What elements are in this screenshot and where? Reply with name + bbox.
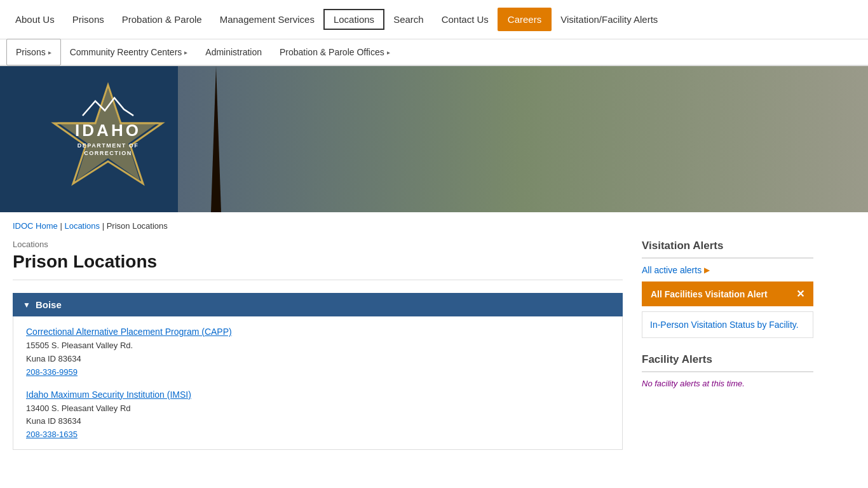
content-left: Locations Prison Locations ▼ Boise Corre… [13,240,623,450]
alert-dismiss-icon[interactable]: ✕ [796,288,804,300]
visitation-alerts-title: Visitation Alerts [642,240,813,259]
nav-visitation-alerts[interactable]: Visitation/Facility Alerts [552,0,667,39]
page-title: Prison Locations [13,252,623,280]
subnav-probation-parole-offices[interactable]: Probation & Parole Offices ▸ [271,39,399,65]
location-section-boise: ▼ Boise Correctional Alternative Placeme… [13,293,623,450]
nav-probation-parole[interactable]: Probation & Parole [113,0,211,39]
visitation-alerts-section: Visitation Alerts All active alerts ▶ Al… [642,240,813,338]
hero-banner: IDAHO DEPARTMENT OF CORRECTION [0,66,868,212]
all-active-alerts-link[interactable]: All active alerts ▶ [642,265,813,275]
subnav-administration[interactable]: Administration [196,39,271,65]
facility-phone-capp[interactable]: 208-336-9959 [26,367,609,377]
sub-nav: Prisons ▸ Community Reentry Centers ▸ Ad… [0,39,868,66]
section-body-boise: Correctional Alternative Placement Progr… [13,316,623,450]
section-city-name: Boise [36,299,62,310]
section-header-boise[interactable]: ▼ Boise [13,293,623,316]
all-facilities-alert-banner[interactable]: All Facilities Visitation Alert ✕ [642,281,813,306]
subnav-community-arrow: ▸ [184,49,187,56]
nav-prisons[interactable]: Prisons [64,0,113,39]
nav-search[interactable]: Search [384,0,433,39]
subnav-community-reentry[interactable]: Community Reentry Centers ▸ [61,39,197,65]
facility-alerts-title: Facility Alerts [642,353,813,372]
breadcrumb-current: Prison Locations [107,221,168,231]
section-toggle-arrow: ▼ [23,301,31,309]
facility-name-imsi[interactable]: Idaho Maximum Security Institution (IMSI… [26,390,609,400]
breadcrumb: IDOC Home | Locations | Prison Locations [0,212,868,240]
nav-careers[interactable]: Careers [498,8,552,31]
facility-phone-imsi[interactable]: 208-338-1635 [26,430,609,439]
facility-entry-capp: Correctional Alternative Placement Progr… [26,327,609,377]
idoc-logo: IDAHO DEPARTMENT OF CORRECTION [44,79,172,200]
page-category: Locations [13,240,623,249]
no-facility-alerts-text: No facility alerts at this time. [642,379,813,388]
svg-text:IDAHO: IDAHO [75,121,141,140]
facility-name-capp[interactable]: Correctional Alternative Placement Progr… [26,327,609,337]
facility-address-capp: 15505 S. Pleasant Valley Rd. Kuna ID 836… [26,339,609,366]
facility-alerts-section: Facility Alerts No facility alerts at th… [642,353,813,388]
facility-address-imsi: 13400 S. Pleasant Valley Rd Kuna ID 8363… [26,402,609,429]
nav-locations[interactable]: Locations [323,9,384,30]
alert-detail: In-Person Visitation Status by Facility. [642,311,813,338]
top-nav: About Us Prisons Probation & Parole Mana… [0,0,868,39]
subnav-prisons[interactable]: Prisons ▸ [6,39,61,65]
alert-arrow-icon: ▶ [704,266,710,274]
svg-text:CORRECTION: CORRECTION [84,150,132,156]
subnav-probation-arrow: ▸ [387,49,390,56]
nav-contact-us[interactable]: Contact Us [433,0,498,39]
svg-text:DEPARTMENT OF: DEPARTMENT OF [78,142,139,149]
nav-management-services[interactable]: Management Services [211,0,323,39]
nav-about-us[interactable]: About Us [6,0,64,39]
content-right: Visitation Alerts All active alerts ▶ Al… [642,240,813,450]
subnav-prisons-arrow: ▸ [48,49,51,56]
in-person-visitation-link[interactable]: In-Person Visitation Status by Facility. [650,320,799,330]
breadcrumb-home[interactable]: IDOC Home [13,221,58,231]
facility-entry-imsi: Idaho Maximum Security Institution (IMSI… [26,390,609,440]
breadcrumb-sep2: | [102,221,107,231]
breadcrumb-locations[interactable]: Locations [64,221,100,231]
